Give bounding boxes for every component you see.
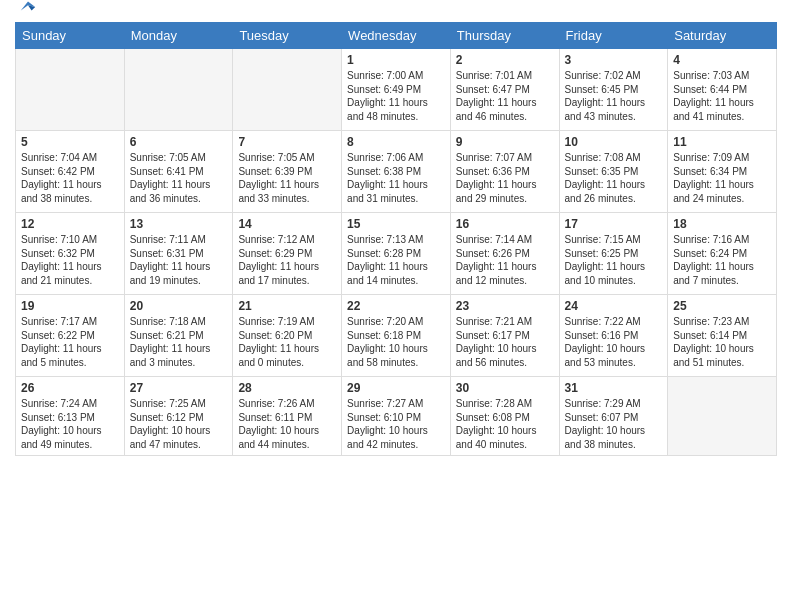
day-info: Sunrise: 7:28 AM Sunset: 6:08 PM Dayligh…: [456, 397, 554, 451]
calendar-header-wednesday: Wednesday: [342, 23, 451, 49]
day-info: Sunrise: 7:08 AM Sunset: 6:35 PM Dayligh…: [565, 151, 663, 205]
day-number: 28: [238, 381, 336, 395]
day-number: 1: [347, 53, 445, 67]
calendar-day-cell: 28Sunrise: 7:26 AM Sunset: 6:11 PM Dayli…: [233, 377, 342, 456]
calendar-day-cell: 12Sunrise: 7:10 AM Sunset: 6:32 PM Dayli…: [16, 213, 125, 295]
calendar-day-cell: 15Sunrise: 7:13 AM Sunset: 6:28 PM Dayli…: [342, 213, 451, 295]
day-info: Sunrise: 7:17 AM Sunset: 6:22 PM Dayligh…: [21, 315, 119, 369]
day-number: 30: [456, 381, 554, 395]
calendar-week-row: 26Sunrise: 7:24 AM Sunset: 6:13 PM Dayli…: [16, 377, 777, 456]
calendar-day-cell: 26Sunrise: 7:24 AM Sunset: 6:13 PM Dayli…: [16, 377, 125, 456]
day-info: Sunrise: 7:04 AM Sunset: 6:42 PM Dayligh…: [21, 151, 119, 205]
calendar-day-cell: [668, 377, 777, 456]
day-number: 26: [21, 381, 119, 395]
day-number: 17: [565, 217, 663, 231]
day-info: Sunrise: 7:05 AM Sunset: 6:41 PM Dayligh…: [130, 151, 228, 205]
calendar-day-cell: 27Sunrise: 7:25 AM Sunset: 6:12 PM Dayli…: [124, 377, 233, 456]
calendar-day-cell: 5Sunrise: 7:04 AM Sunset: 6:42 PM Daylig…: [16, 131, 125, 213]
header: [15, 10, 777, 14]
calendar-header-thursday: Thursday: [450, 23, 559, 49]
calendar-day-cell: 1Sunrise: 7:00 AM Sunset: 6:49 PM Daylig…: [342, 49, 451, 131]
calendar-header-row: SundayMondayTuesdayWednesdayThursdayFrid…: [16, 23, 777, 49]
calendar-day-cell: 21Sunrise: 7:19 AM Sunset: 6:20 PM Dayli…: [233, 295, 342, 377]
day-number: 16: [456, 217, 554, 231]
calendar-day-cell: 23Sunrise: 7:21 AM Sunset: 6:17 PM Dayli…: [450, 295, 559, 377]
calendar-day-cell: 24Sunrise: 7:22 AM Sunset: 6:16 PM Dayli…: [559, 295, 668, 377]
calendar-day-cell: 8Sunrise: 7:06 AM Sunset: 6:38 PM Daylig…: [342, 131, 451, 213]
calendar-day-cell: 9Sunrise: 7:07 AM Sunset: 6:36 PM Daylig…: [450, 131, 559, 213]
day-info: Sunrise: 7:26 AM Sunset: 6:11 PM Dayligh…: [238, 397, 336, 451]
day-number: 15: [347, 217, 445, 231]
day-number: 5: [21, 135, 119, 149]
day-info: Sunrise: 7:22 AM Sunset: 6:16 PM Dayligh…: [565, 315, 663, 369]
day-info: Sunrise: 7:09 AM Sunset: 6:34 PM Dayligh…: [673, 151, 771, 205]
day-number: 9: [456, 135, 554, 149]
day-info: Sunrise: 7:06 AM Sunset: 6:38 PM Dayligh…: [347, 151, 445, 205]
day-info: Sunrise: 7:16 AM Sunset: 6:24 PM Dayligh…: [673, 233, 771, 287]
calendar-day-cell: 17Sunrise: 7:15 AM Sunset: 6:25 PM Dayli…: [559, 213, 668, 295]
calendar-week-row: 1Sunrise: 7:00 AM Sunset: 6:49 PM Daylig…: [16, 49, 777, 131]
day-number: 25: [673, 299, 771, 313]
day-info: Sunrise: 7:03 AM Sunset: 6:44 PM Dayligh…: [673, 69, 771, 123]
day-info: Sunrise: 7:10 AM Sunset: 6:32 PM Dayligh…: [21, 233, 119, 287]
calendar-day-cell: [233, 49, 342, 131]
calendar-week-row: 12Sunrise: 7:10 AM Sunset: 6:32 PM Dayli…: [16, 213, 777, 295]
calendar-day-cell: 13Sunrise: 7:11 AM Sunset: 6:31 PM Dayli…: [124, 213, 233, 295]
day-info: Sunrise: 7:15 AM Sunset: 6:25 PM Dayligh…: [565, 233, 663, 287]
day-number: 20: [130, 299, 228, 313]
calendar-day-cell: 7Sunrise: 7:05 AM Sunset: 6:39 PM Daylig…: [233, 131, 342, 213]
page: SundayMondayTuesdayWednesdayThursdayFrid…: [0, 0, 792, 612]
day-number: 22: [347, 299, 445, 313]
day-info: Sunrise: 7:13 AM Sunset: 6:28 PM Dayligh…: [347, 233, 445, 287]
calendar-day-cell: [16, 49, 125, 131]
day-info: Sunrise: 7:23 AM Sunset: 6:14 PM Dayligh…: [673, 315, 771, 369]
calendar-header-friday: Friday: [559, 23, 668, 49]
day-number: 10: [565, 135, 663, 149]
day-number: 14: [238, 217, 336, 231]
day-info: Sunrise: 7:27 AM Sunset: 6:10 PM Dayligh…: [347, 397, 445, 451]
day-info: Sunrise: 7:18 AM Sunset: 6:21 PM Dayligh…: [130, 315, 228, 369]
day-number: 24: [565, 299, 663, 313]
calendar-week-row: 5Sunrise: 7:04 AM Sunset: 6:42 PM Daylig…: [16, 131, 777, 213]
logo-bird-icon: [19, 0, 37, 16]
calendar-day-cell: 29Sunrise: 7:27 AM Sunset: 6:10 PM Dayli…: [342, 377, 451, 456]
day-info: Sunrise: 7:24 AM Sunset: 6:13 PM Dayligh…: [21, 397, 119, 451]
calendar-day-cell: 25Sunrise: 7:23 AM Sunset: 6:14 PM Dayli…: [668, 295, 777, 377]
day-number: 7: [238, 135, 336, 149]
calendar-header-saturday: Saturday: [668, 23, 777, 49]
day-number: 2: [456, 53, 554, 67]
day-info: Sunrise: 7:21 AM Sunset: 6:17 PM Dayligh…: [456, 315, 554, 369]
calendar-day-cell: 11Sunrise: 7:09 AM Sunset: 6:34 PM Dayli…: [668, 131, 777, 213]
day-number: 4: [673, 53, 771, 67]
calendar-header-monday: Monday: [124, 23, 233, 49]
day-number: 6: [130, 135, 228, 149]
day-number: 13: [130, 217, 228, 231]
day-info: Sunrise: 7:01 AM Sunset: 6:47 PM Dayligh…: [456, 69, 554, 123]
day-number: 12: [21, 217, 119, 231]
day-number: 23: [456, 299, 554, 313]
calendar-week-row: 19Sunrise: 7:17 AM Sunset: 6:22 PM Dayli…: [16, 295, 777, 377]
calendar-day-cell: 14Sunrise: 7:12 AM Sunset: 6:29 PM Dayli…: [233, 213, 342, 295]
day-info: Sunrise: 7:07 AM Sunset: 6:36 PM Dayligh…: [456, 151, 554, 205]
day-number: 27: [130, 381, 228, 395]
day-info: Sunrise: 7:11 AM Sunset: 6:31 PM Dayligh…: [130, 233, 228, 287]
day-number: 21: [238, 299, 336, 313]
calendar-day-cell: 6Sunrise: 7:05 AM Sunset: 6:41 PM Daylig…: [124, 131, 233, 213]
calendar-day-cell: 18Sunrise: 7:16 AM Sunset: 6:24 PM Dayli…: [668, 213, 777, 295]
day-info: Sunrise: 7:02 AM Sunset: 6:45 PM Dayligh…: [565, 69, 663, 123]
calendar-day-cell: 22Sunrise: 7:20 AM Sunset: 6:18 PM Dayli…: [342, 295, 451, 377]
calendar-day-cell: 3Sunrise: 7:02 AM Sunset: 6:45 PM Daylig…: [559, 49, 668, 131]
day-number: 8: [347, 135, 445, 149]
day-info: Sunrise: 7:29 AM Sunset: 6:07 PM Dayligh…: [565, 397, 663, 451]
day-info: Sunrise: 7:14 AM Sunset: 6:26 PM Dayligh…: [456, 233, 554, 287]
calendar-day-cell: 31Sunrise: 7:29 AM Sunset: 6:07 PM Dayli…: [559, 377, 668, 456]
day-info: Sunrise: 7:00 AM Sunset: 6:49 PM Dayligh…: [347, 69, 445, 123]
day-info: Sunrise: 7:20 AM Sunset: 6:18 PM Dayligh…: [347, 315, 445, 369]
calendar-header-sunday: Sunday: [16, 23, 125, 49]
calendar-day-cell: 4Sunrise: 7:03 AM Sunset: 6:44 PM Daylig…: [668, 49, 777, 131]
calendar-day-cell: 20Sunrise: 7:18 AM Sunset: 6:21 PM Dayli…: [124, 295, 233, 377]
calendar-day-cell: 19Sunrise: 7:17 AM Sunset: 6:22 PM Dayli…: [16, 295, 125, 377]
calendar-header-tuesday: Tuesday: [233, 23, 342, 49]
calendar-day-cell: 30Sunrise: 7:28 AM Sunset: 6:08 PM Dayli…: [450, 377, 559, 456]
calendar-day-cell: 10Sunrise: 7:08 AM Sunset: 6:35 PM Dayli…: [559, 131, 668, 213]
